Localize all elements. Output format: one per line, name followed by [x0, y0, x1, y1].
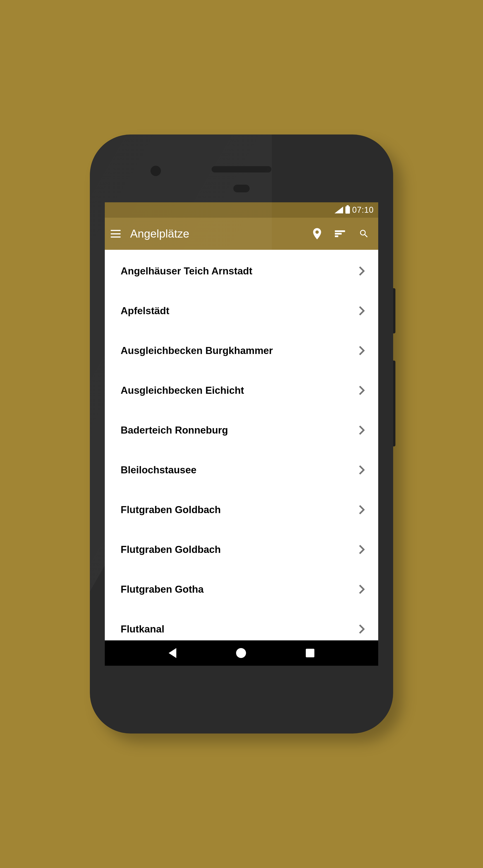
chevron-right-icon — [359, 625, 365, 633]
chevron-right-icon — [359, 386, 365, 395]
chevron-right-icon — [359, 585, 365, 594]
nav-back-icon[interactable] — [169, 648, 176, 658]
list-item-label: Angelhäuser Teich Arnstadt — [121, 266, 359, 277]
chevron-right-icon — [359, 545, 365, 554]
list-item-label: Ausgleichbecken Eichicht — [121, 385, 359, 396]
phone-frame: 07:10 Angelplätze — [90, 134, 393, 734]
list-item-label: Flutgraben Gotha — [121, 584, 359, 595]
chevron-right-icon — [359, 267, 365, 276]
battery-icon — [345, 206, 350, 214]
list-item-label: Flutgraben Goldbach — [121, 544, 359, 555]
svg-rect-2 — [335, 236, 338, 237]
app-bar: Angelplätze — [105, 218, 378, 250]
list-item[interactable]: Flutkanal — [105, 609, 378, 640]
nav-bar — [105, 640, 378, 666]
list-item[interactable]: Bleilochstausee — [105, 450, 378, 490]
sort-icon[interactable] — [335, 230, 345, 237]
screen: 07:10 Angelplätze — [105, 202, 378, 666]
menu-icon[interactable] — [111, 230, 121, 238]
list-item-label: Ausgleichbecken Burgkhammer — [121, 345, 359, 356]
chevron-right-icon — [359, 426, 365, 435]
list-item[interactable]: Ausgleichbecken Eichicht — [105, 370, 378, 410]
nav-home-icon[interactable] — [236, 648, 246, 658]
list-item-label: Flutgraben Goldbach — [121, 504, 359, 515]
chevron-right-icon — [359, 505, 365, 514]
list-item[interactable]: Angelhäuser Teich Arnstadt — [105, 251, 378, 291]
camera-dot — [150, 166, 161, 176]
list-item[interactable]: Apfelstädt — [105, 291, 378, 331]
list-item-label: Flutkanal — [121, 623, 359, 635]
chevron-right-icon — [359, 465, 365, 474]
chevron-right-icon — [359, 346, 365, 355]
sensor-pill — [233, 185, 250, 192]
list-item[interactable]: Baderteich Ronneburg — [105, 410, 378, 450]
status-bar: 07:10 — [105, 202, 378, 218]
list-item-label: Baderteich Ronneburg — [121, 425, 359, 436]
location-icon[interactable] — [313, 228, 321, 239]
page-title: Angelplätze — [130, 227, 304, 240]
list-item-label: Bleilochstausee — [121, 464, 359, 475]
list-item[interactable]: Flutgraben Goldbach — [105, 530, 378, 569]
svg-rect-1 — [335, 233, 342, 235]
speaker-slot — [211, 166, 272, 173]
list-item-label: Apfelstädt — [121, 305, 359, 316]
status-time: 07:10 — [352, 205, 374, 215]
signal-icon — [335, 207, 343, 213]
list-item[interactable]: Flutgraben Goldbach — [105, 490, 378, 530]
nav-recent-icon[interactable] — [306, 649, 314, 657]
chevron-right-icon — [359, 306, 365, 315]
search-icon[interactable] — [359, 228, 369, 239]
list-item[interactable]: Flutgraben Gotha — [105, 569, 378, 609]
list-container[interactable]: Angelhäuser Teich Arnstadt Apfelstädt Au… — [105, 250, 378, 640]
list-item[interactable]: Ausgleichbecken Burgkhammer — [105, 331, 378, 370]
svg-rect-0 — [335, 230, 345, 232]
